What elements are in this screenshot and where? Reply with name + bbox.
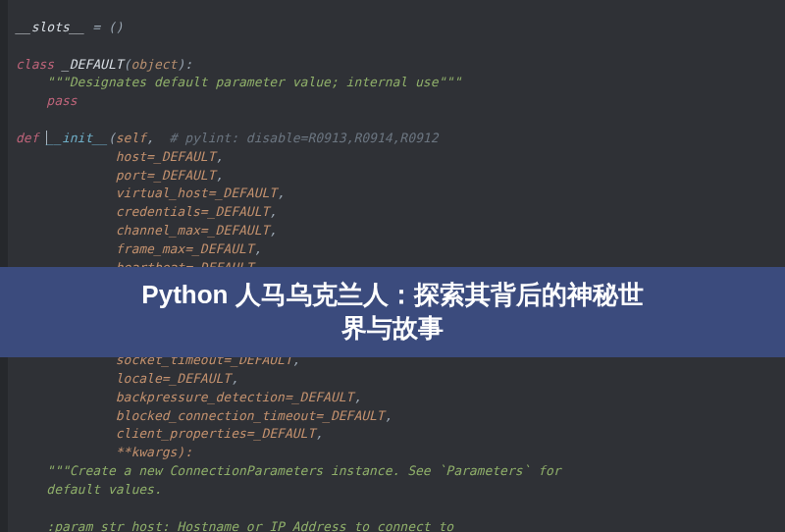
param-channel-max: channel_max=_DEFAULT — [116, 223, 270, 238]
comma: , — [216, 149, 224, 164]
param-host: host=_DEFAULT — [116, 149, 216, 164]
docstring-param-tag: :param — [46, 519, 92, 532]
param-credentials: credentials=_DEFAULT — [116, 204, 270, 219]
overlay-title-line2: 界与故事 — [341, 313, 444, 343]
def-keyword: def — [16, 131, 38, 145]
comma: , — [315, 426, 323, 441]
slots-ident: __slots__ — [16, 20, 84, 34]
class-name: _DEFAULT — [54, 57, 123, 72]
comma: , — [231, 371, 238, 386]
overlay-band: Python 人马乌克兰人：探索其背后的神秘世 界与故事 — [0, 267, 785, 357]
pylint-comment: # pylint: disable=R0913,R0914,R0912 — [154, 131, 439, 145]
docstring-line-a: """Create a new ConnectionParameters ins… — [46, 463, 560, 478]
pass-keyword: pass — [46, 93, 77, 108]
comma: , — [269, 223, 277, 238]
func-name: __init__ — [46, 131, 108, 145]
overlay-title: Python 人马乌克兰人：探索其背后的神秘世 界与故事 — [102, 279, 682, 346]
docstring-line-b: default values. — [46, 482, 161, 497]
open-paren: ( — [108, 131, 116, 145]
param-port: port=_DEFAULT — [116, 168, 216, 183]
comma: , — [146, 131, 154, 145]
param-locale: locale=_DEFAULT — [116, 371, 231, 386]
comma: , — [254, 241, 262, 256]
param-virtual-host: virtual_host=_DEFAULT — [116, 186, 277, 200]
param-backpressure-detection: backpressure_detection=_DEFAULT — [116, 390, 354, 404]
comma: , — [277, 186, 285, 200]
param-kwargs: **kwargs): — [116, 445, 192, 459]
paren-close: ): — [177, 57, 192, 72]
comma: , — [353, 390, 361, 404]
code-view[interactable]: __slots__ = () class _DEFAULT(object): "… — [0, 0, 785, 532]
comma: , — [216, 168, 224, 183]
param-blocked-connection-timeout: blocked_connection_timeout=_DEFAULT — [116, 408, 385, 423]
overlay-title-line1: Python 人马乌克兰人：探索其背后的神秘世 — [141, 280, 643, 309]
self-param: self — [116, 131, 146, 145]
object-base: object — [131, 57, 177, 72]
param-client-properties: client_properties=_DEFAULT — [116, 426, 316, 441]
docstring-param-desc: str host: Hostname or IP Address to conn… — [92, 519, 453, 532]
comma: , — [269, 204, 277, 219]
class-keyword: class — [16, 57, 54, 72]
comma: , — [385, 408, 392, 423]
param-frame-max: frame_max=_DEFAULT — [116, 241, 254, 256]
class-docstring: """Designates default parameter value; i… — [46, 75, 461, 89]
slots-assign: = () — [84, 20, 123, 34]
